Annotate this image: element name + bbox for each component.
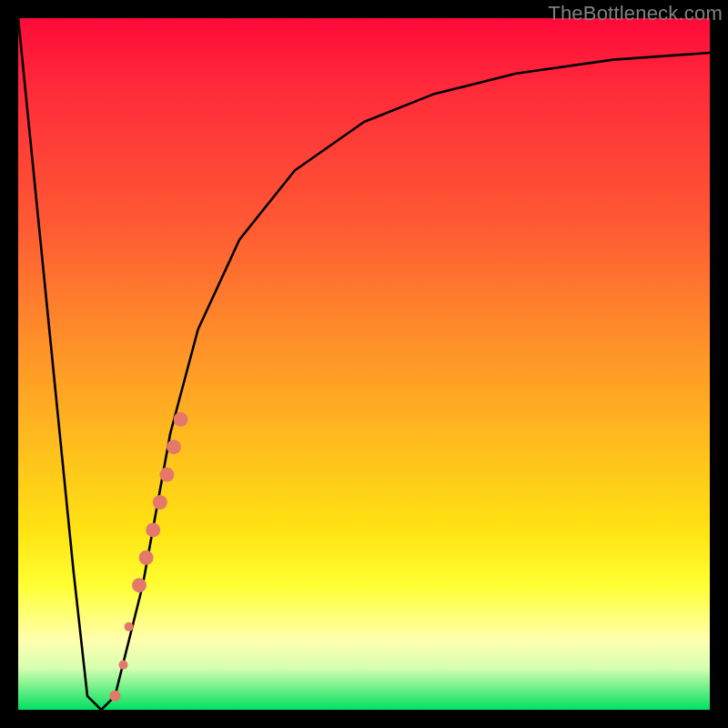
data-marker <box>167 440 181 454</box>
data-marker <box>146 522 160 537</box>
data-marker <box>153 495 167 510</box>
data-markers <box>109 412 187 702</box>
data-marker <box>159 468 174 482</box>
data-marker <box>109 691 120 702</box>
data-marker <box>119 661 128 670</box>
data-marker <box>174 412 188 427</box>
data-marker <box>132 578 147 592</box>
plot-area <box>18 18 710 710</box>
chart-frame: TheBottleneck.com <box>0 0 728 728</box>
curve-svg <box>18 18 710 710</box>
bottleneck-curve <box>18 18 710 710</box>
data-marker <box>125 622 134 632</box>
watermark-text: TheBottleneck.com <box>548 2 723 25</box>
data-marker <box>139 551 154 565</box>
